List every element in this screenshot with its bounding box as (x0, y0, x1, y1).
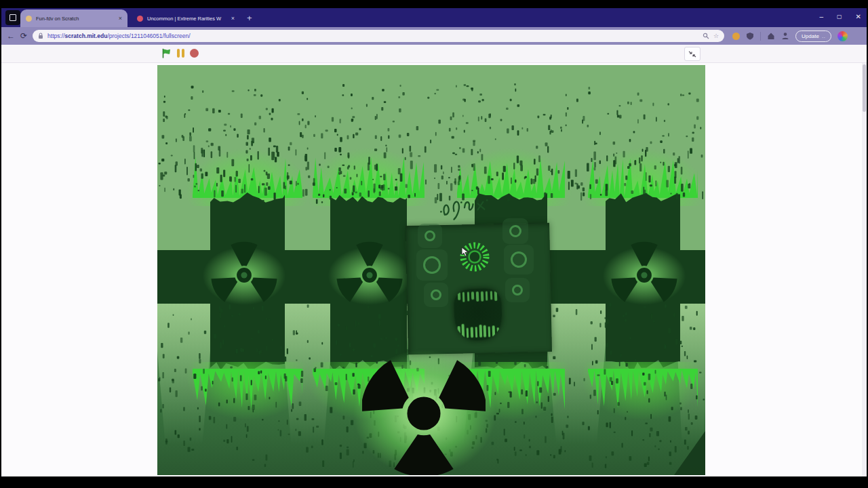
new-tab-button[interactable]: + (247, 13, 252, 23)
speckle (222, 340, 224, 345)
speckle (291, 409, 292, 412)
shape (674, 431, 705, 475)
speckle (517, 104, 520, 107)
speckle (410, 152, 412, 157)
radiation-trefoil-symbol (609, 240, 679, 310)
speckle (232, 378, 234, 382)
speckle (175, 430, 177, 435)
panel-ring[interactable] (511, 251, 527, 268)
browser-toolbar: ← ⟳ https://scratch.mit.edu/projects/121… (1, 27, 867, 45)
extension-icon[interactable] (732, 33, 740, 40)
speckle (688, 184, 690, 188)
speckle (193, 145, 195, 152)
panel-ring[interactable] (431, 289, 441, 300)
speckle (701, 155, 703, 158)
speckle (248, 406, 250, 410)
speckle (342, 84, 344, 87)
speckle (342, 94, 344, 96)
reload-icon[interactable]: ⟳ (20, 32, 27, 40)
update-button[interactable]: Update ‥ (795, 30, 831, 42)
green-flag-icon[interactable] (161, 48, 172, 58)
window-icon[interactable] (5, 10, 20, 25)
cage-tooth (481, 291, 484, 302)
speckle (159, 185, 160, 186)
scrollbar-thumb[interactable] (863, 64, 866, 112)
speckle (699, 372, 702, 373)
speckle (313, 426, 314, 432)
speckle (639, 157, 640, 163)
speckle (595, 143, 597, 145)
speckle (260, 94, 262, 97)
pause-icon[interactable] (177, 49, 184, 58)
speckle (629, 456, 632, 461)
speckle (191, 449, 194, 451)
speckle (606, 343, 608, 347)
speckle (639, 99, 642, 102)
bookmark-star-icon[interactable]: ☆ (713, 33, 719, 39)
stop-icon[interactable] (190, 49, 199, 58)
speckle (177, 356, 180, 359)
speckle (288, 164, 290, 165)
speckle (594, 162, 596, 167)
chrome-profile-avatar[interactable] (837, 31, 848, 41)
speckle (629, 338, 631, 339)
speckle (541, 403, 542, 409)
speckle (446, 181, 448, 185)
speckle (304, 414, 307, 421)
speckle (249, 164, 250, 173)
minimize-icon[interactable]: – (819, 14, 823, 20)
speckle (258, 151, 259, 159)
home-icon[interactable] (767, 32, 775, 40)
speckle (692, 138, 694, 142)
speckle (510, 99, 512, 102)
speckle (321, 133, 323, 138)
speckle (511, 178, 512, 184)
tab-close-icon[interactable]: × (231, 16, 235, 22)
profile-icon[interactable] (781, 32, 789, 40)
maximize-icon[interactable]: ▢ (837, 14, 842, 20)
tab-close-icon[interactable]: × (119, 16, 122, 22)
address-bar[interactable]: https://scratch.mit.edu/projects/1211046… (33, 30, 724, 42)
speckle (193, 175, 195, 178)
tab-scratch-project[interactable]: Fun-fdv on Scratch × (20, 9, 127, 27)
scrollbar[interactable] (862, 63, 867, 476)
speckle (556, 308, 559, 312)
speckle (268, 186, 271, 190)
speckle (452, 113, 454, 118)
speckle (306, 447, 309, 453)
speckle (308, 176, 310, 178)
speckle (450, 117, 452, 120)
speckle (654, 165, 656, 169)
speckle (441, 176, 443, 180)
speckle (605, 190, 608, 196)
speckle (173, 188, 174, 190)
speckle (160, 172, 163, 180)
speckle (372, 97, 374, 100)
padlock-icon (38, 33, 43, 39)
back-icon[interactable]: ← (7, 32, 15, 40)
scratch-stage[interactable] (157, 65, 705, 475)
speckle (650, 414, 652, 419)
speckle (233, 128, 235, 131)
panel-ring[interactable] (512, 285, 523, 296)
speckle (228, 113, 230, 115)
speckle (388, 188, 390, 189)
speckle (485, 119, 487, 122)
shield-icon[interactable] (746, 32, 754, 40)
panel-ring[interactable] (425, 230, 435, 241)
panel-ring[interactable] (423, 256, 441, 274)
speckle (454, 181, 456, 183)
mouse-cursor (461, 247, 471, 258)
speckle (395, 186, 397, 190)
speckle (647, 462, 650, 465)
speckle (319, 164, 321, 166)
scribble-dot (440, 211, 442, 213)
speckle (236, 349, 238, 354)
speckle (287, 348, 288, 354)
fullscreen-exit-button[interactable] (684, 47, 701, 61)
tab-uncommon-rarities[interactable]: Uncommon | Extreme Rarities W × (132, 9, 240, 27)
close-icon[interactable]: ✕ (856, 14, 861, 20)
panel-ring[interactable] (509, 225, 521, 237)
search-icon[interactable] (703, 33, 709, 39)
speckle (287, 420, 288, 425)
